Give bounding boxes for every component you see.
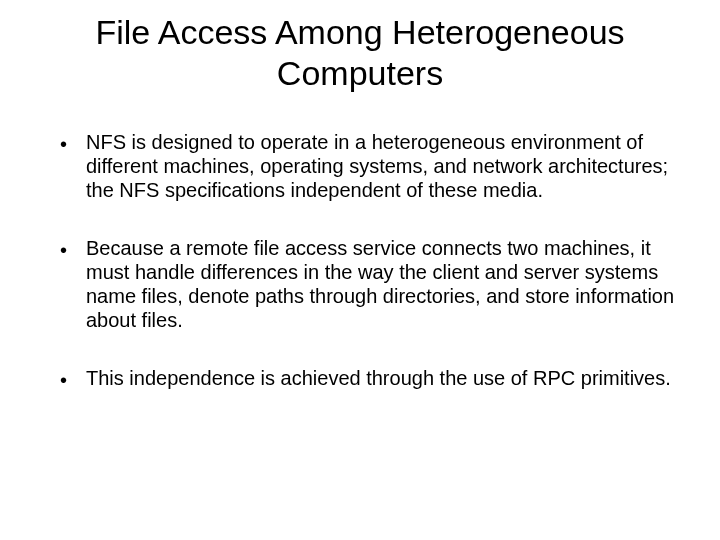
list-item: • Because a remote file access service c… <box>60 236 680 332</box>
list-item: • NFS is designed to operate in a hetero… <box>60 130 680 202</box>
bullet-icon: • <box>60 130 86 156</box>
list-item: • This independence is achieved through … <box>60 366 680 392</box>
slide-title: File Access Among Heterogeneous Computer… <box>40 12 680 94</box>
bullet-text: This independence is achieved through th… <box>86 366 680 390</box>
bullet-icon: • <box>60 236 86 262</box>
bullet-text: Because a remote file access service con… <box>86 236 680 332</box>
bullet-text: NFS is designed to operate in a heteroge… <box>86 130 680 202</box>
bullet-list: • NFS is designed to operate in a hetero… <box>40 130 680 392</box>
bullet-icon: • <box>60 366 86 392</box>
